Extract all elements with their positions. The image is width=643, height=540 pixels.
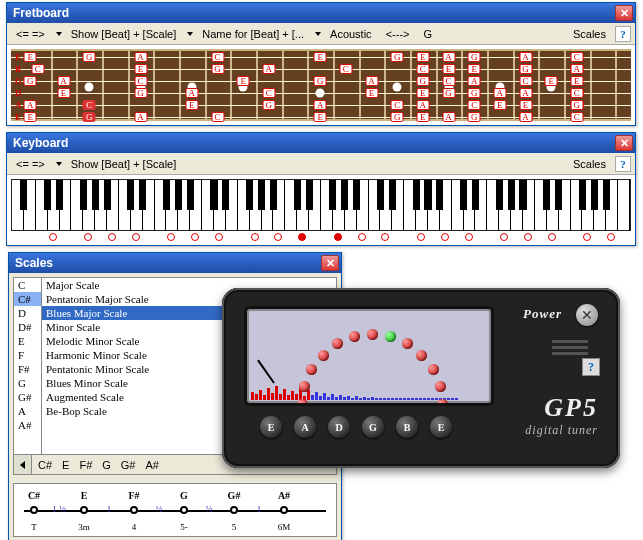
fb-nav-buttons[interactable]: <= => bbox=[11, 26, 50, 42]
tuner-string-a[interactable]: A bbox=[294, 416, 316, 438]
fret-note[interactable]: G bbox=[391, 112, 404, 122]
fret-note[interactable]: G bbox=[468, 52, 481, 62]
dropdown-icon[interactable] bbox=[315, 32, 321, 36]
fb-name-dropdown[interactable]: Name for [Beat] + [... bbox=[197, 26, 309, 42]
fret-note[interactable]: E bbox=[416, 112, 429, 122]
fret-note[interactable]: A bbox=[262, 64, 275, 74]
fret-note[interactable]: E bbox=[493, 100, 506, 110]
fret-note[interactable]: E bbox=[416, 88, 429, 98]
fret-note[interactable]: E bbox=[237, 76, 250, 86]
fret-note[interactable]: A bbox=[57, 76, 70, 86]
fret-note[interactable]: C bbox=[519, 76, 532, 86]
fret-note[interactable]: E bbox=[365, 88, 378, 98]
root-item[interactable]: G# bbox=[14, 390, 41, 404]
fret-note[interactable]: E bbox=[24, 52, 37, 62]
tuner-string-e[interactable]: E bbox=[430, 416, 452, 438]
fret-note[interactable]: G bbox=[314, 76, 327, 86]
fret-note[interactable]: C bbox=[442, 76, 455, 86]
root-item[interactable]: E bbox=[14, 334, 41, 348]
fret-note[interactable]: E bbox=[519, 100, 532, 110]
root-item[interactable]: F bbox=[14, 348, 41, 362]
fret-note[interactable]: C bbox=[83, 100, 96, 110]
fret-note[interactable]: A bbox=[314, 100, 327, 110]
fret-note[interactable]: G bbox=[442, 88, 455, 98]
help-icon[interactable]: ? bbox=[582, 358, 600, 376]
scales-titlebar[interactable]: Scales ✕ bbox=[9, 253, 341, 273]
tuner-string-e[interactable]: E bbox=[260, 416, 282, 438]
dropdown-icon[interactable] bbox=[56, 32, 62, 36]
fb-arrows[interactable]: <---> bbox=[381, 26, 415, 42]
fret-note[interactable]: A bbox=[365, 76, 378, 86]
fret-note[interactable]: E bbox=[545, 76, 558, 86]
tuner-string-g[interactable]: G bbox=[362, 416, 384, 438]
fret-note[interactable]: G bbox=[416, 76, 429, 86]
kb-scales-button[interactable]: Scales bbox=[568, 156, 611, 172]
fb-key[interactable]: G bbox=[418, 26, 437, 42]
root-item[interactable]: A bbox=[14, 404, 41, 418]
kb-nav-buttons[interactable]: <= => bbox=[11, 156, 50, 172]
fret-note[interactable]: A bbox=[24, 100, 37, 110]
fret-note[interactable]: A bbox=[468, 76, 481, 86]
keyboard-titlebar[interactable]: Keyboard ✕ bbox=[7, 133, 635, 153]
fret-note[interactable]: C bbox=[391, 100, 404, 110]
fret-note[interactable]: G bbox=[262, 100, 275, 110]
tuner-string-d[interactable]: D bbox=[328, 416, 350, 438]
tuner-power-button[interactable] bbox=[576, 304, 598, 326]
fret-note[interactable]: E bbox=[134, 64, 147, 74]
fret-note[interactable]: C bbox=[211, 112, 224, 122]
root-item[interactable]: G bbox=[14, 376, 41, 390]
fret-note[interactable]: G bbox=[570, 100, 583, 110]
fret-note[interactable]: G bbox=[134, 88, 147, 98]
fret-note[interactable]: C bbox=[211, 52, 224, 62]
fret-note[interactable]: E bbox=[185, 100, 198, 110]
fret-note[interactable]: E bbox=[314, 112, 327, 122]
scales-close-x[interactable]: ✕ bbox=[321, 255, 339, 271]
fret-note[interactable]: A bbox=[493, 88, 506, 98]
root-item[interactable]: D# bbox=[14, 320, 41, 334]
fret-note[interactable]: G bbox=[519, 64, 532, 74]
root-note-list[interactable]: CC#DD#EFF#GG#AA# bbox=[14, 278, 42, 454]
fb-sound-dropdown[interactable]: Acoustic bbox=[325, 26, 377, 42]
fret-note[interactable]: A bbox=[416, 100, 429, 110]
fret-note[interactable]: E bbox=[468, 64, 481, 74]
fret-note[interactable]: E bbox=[442, 64, 455, 74]
fretboard-neck[interactable]: EBGDAEEGACEGACEGACCEGACEGACEGAGACEGACEGA… bbox=[11, 49, 631, 121]
fret-note[interactable]: A bbox=[185, 88, 198, 98]
keyboard-close-button[interactable]: ✕ bbox=[615, 135, 633, 151]
fretboard-titlebar[interactable]: Fretboard ✕ bbox=[7, 3, 635, 23]
piano-keys[interactable] bbox=[11, 179, 631, 231]
help-icon[interactable]: ? bbox=[615, 26, 631, 42]
fret-note[interactable]: C bbox=[339, 64, 352, 74]
fret-note[interactable]: E bbox=[24, 112, 37, 122]
fret-note[interactable]: A bbox=[442, 52, 455, 62]
fret-note[interactable]: G bbox=[468, 112, 481, 122]
root-item[interactable]: A# bbox=[14, 418, 41, 432]
root-item[interactable]: C# bbox=[14, 292, 41, 306]
fret-note[interactable]: A bbox=[519, 112, 532, 122]
fret-note[interactable]: G bbox=[83, 112, 96, 122]
fret-note[interactable]: C bbox=[570, 88, 583, 98]
fret-note[interactable]: G bbox=[83, 52, 96, 62]
fret-note[interactable]: E bbox=[416, 52, 429, 62]
fret-note[interactable]: E bbox=[314, 52, 327, 62]
fret-note[interactable]: E bbox=[570, 76, 583, 86]
kb-show-dropdown[interactable]: Show [Beat] + [Scale] bbox=[66, 156, 181, 172]
fret-note[interactable]: A bbox=[134, 52, 147, 62]
fret-note[interactable]: A bbox=[442, 112, 455, 122]
help-icon[interactable]: ? bbox=[615, 156, 631, 172]
fret-note[interactable]: C bbox=[570, 112, 583, 122]
fret-note[interactable]: C bbox=[31, 64, 44, 74]
fretboard-close-button[interactable]: ✕ bbox=[615, 5, 633, 21]
fret-note[interactable]: A bbox=[519, 52, 532, 62]
fret-note[interactable]: G bbox=[391, 52, 404, 62]
root-item[interactable]: F# bbox=[14, 362, 41, 376]
fret-note[interactable]: G bbox=[211, 64, 224, 74]
fret-note[interactable]: C bbox=[416, 64, 429, 74]
fret-note[interactable]: A bbox=[134, 112, 147, 122]
root-item[interactable]: D bbox=[14, 306, 41, 320]
fret-note[interactable]: C bbox=[570, 52, 583, 62]
fb-show-dropdown[interactable]: Show [Beat] + [Scale] bbox=[66, 26, 181, 42]
fret-note[interactable]: A bbox=[519, 88, 532, 98]
root-item[interactable]: C bbox=[14, 278, 41, 292]
fret-note[interactable]: A bbox=[570, 64, 583, 74]
